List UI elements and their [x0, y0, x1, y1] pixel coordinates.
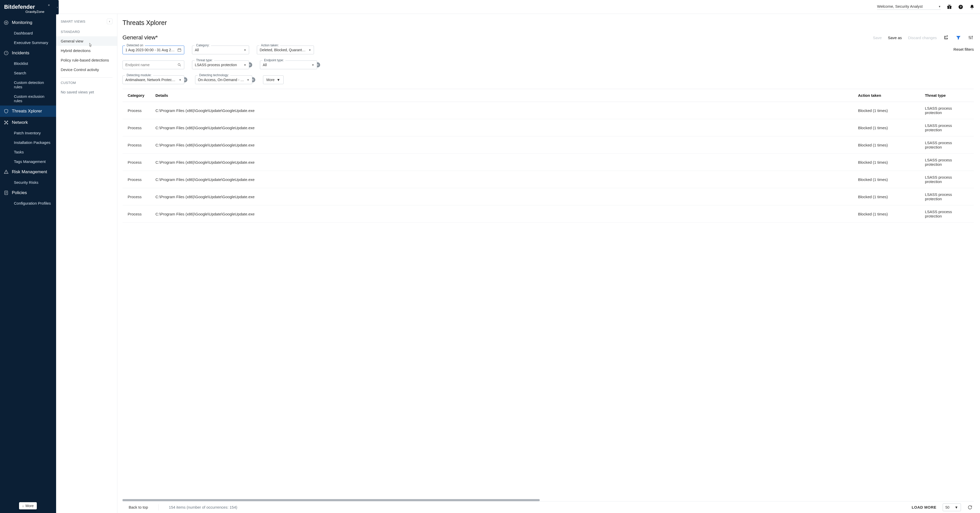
- filter-value: On-Access, On-Demand - Scan Tas...: [198, 78, 244, 82]
- nav-category-threats-xplorer[interactable]: Threats Xplorer: [0, 105, 56, 117]
- export-icon[interactable]: [943, 35, 949, 41]
- smartviews-collapse-button[interactable]: ‹: [107, 19, 113, 24]
- svg-point-3: [5, 21, 8, 25]
- column-header-action[interactable]: Action taken: [858, 89, 925, 102]
- nav-item-installation-packages[interactable]: Installation Packages: [0, 138, 56, 147]
- more-label: More: [266, 78, 275, 82]
- column-header-category[interactable]: Category: [123, 89, 156, 102]
- nav-item-security-risks[interactable]: Security Risks: [0, 178, 56, 187]
- page-size-value: 50: [945, 505, 950, 510]
- table-row[interactable]: ProcessC:\Program Files (x86)\Google\Upd…: [123, 171, 974, 188]
- nav-item-custom-exclusion-rules[interactable]: Custom exclusion rules: [0, 92, 56, 105]
- nav-category-icon: [3, 108, 9, 114]
- nav-item-dashboard[interactable]: Dashboard: [0, 28, 56, 38]
- cell-details: C:\Program Files (x86)\Google\Update\Goo…: [156, 139, 858, 151]
- svg-point-18: [970, 38, 971, 38]
- reset-filters-button[interactable]: Reset filters: [953, 47, 974, 51]
- account-dropdown[interactable]: Welcome, Security Analyst ▼: [877, 4, 941, 10]
- column-header-threat[interactable]: Threat type: [925, 89, 974, 102]
- cell-action: Blocked (1 times): [858, 121, 925, 134]
- save-button[interactable]: Save: [873, 35, 882, 40]
- smartviews-standard-label: STANDARD: [56, 30, 117, 36]
- gift-icon[interactable]: [947, 4, 952, 10]
- sidebar-main: ‹ Bitdefender ® GravityZone MonitoringDa…: [0, 0, 56, 513]
- scrollbar-thumb[interactable]: [123, 499, 540, 501]
- filter-detecting-technology[interactable]: Detecting technology: On-Access, On-Dema…: [195, 75, 252, 84]
- filter-icon[interactable]: [955, 35, 961, 41]
- sidebar-collapse-handle[interactable]: ‹: [56, 0, 59, 14]
- cell-threat: LSASS process protection: [925, 206, 974, 222]
- refresh-icon[interactable]: [967, 505, 973, 510]
- smartview-item-policy-rule-based-detections[interactable]: Policy rule-based detections: [56, 55, 117, 65]
- smartview-item-hybrid-detections[interactable]: Hybrid detections: [56, 46, 117, 55]
- result-count: 154 items (number of occurrences: 154): [169, 505, 237, 510]
- table-row[interactable]: ProcessC:\Program Files (x86)\Google\Upd…: [123, 102, 974, 119]
- filter-category[interactable]: Category: All ▼: [192, 46, 249, 54]
- cell-details: C:\Program Files (x86)\Google\Update\Goo…: [156, 121, 858, 134]
- filter-detecting-module[interactable]: Detecting module: Antimalware, Network P…: [123, 75, 184, 84]
- endpoint-name-input[interactable]: [125, 63, 175, 67]
- brand-logo: Bitdefender ® GravityZone: [0, 0, 56, 17]
- nav-category-incidents[interactable]: Incidents: [0, 47, 56, 59]
- nav-item-configuration-profiles[interactable]: Configuration Profiles: [0, 198, 56, 208]
- cell-details: C:\Program Files (x86)\Google\Update\Goo…: [156, 191, 858, 203]
- cell-threat: LSASS process protection: [925, 154, 974, 170]
- nav-item-tags-management[interactable]: Tags Management: [0, 157, 56, 166]
- sidebar-more-button[interactable]: ↓ More: [19, 502, 37, 510]
- page-size-select[interactable]: 50 ▼: [943, 503, 961, 511]
- nav-item-blocklist[interactable]: Blocklist: [0, 59, 56, 68]
- main-content: Threats Xplorer General view* Save Save …: [117, 14, 980, 513]
- svg-text:GravityZone: GravityZone: [25, 10, 44, 14]
- filter-label: Detecting technology:: [198, 73, 230, 77]
- view-actions: Save Save as Discard changes: [873, 35, 974, 41]
- table-body[interactable]: ProcessC:\Program Files (x86)\Google\Upd…: [123, 102, 974, 499]
- table-row[interactable]: ProcessC:\Program Files (x86)\Google\Upd…: [123, 206, 974, 223]
- filter-value: All: [263, 63, 267, 67]
- nav-category-label: Policies: [12, 190, 27, 195]
- download-icon: ↓: [22, 504, 24, 508]
- nav-item-executive-summary[interactable]: Executive Summary: [0, 38, 56, 47]
- caret-down-icon: ▼: [244, 49, 246, 51]
- nav-category-monitoring[interactable]: Monitoring: [0, 17, 56, 28]
- smartview-item-device-control-activity[interactable]: Device Control activity: [56, 65, 117, 74]
- svg-point-17: [969, 37, 970, 37]
- cell-action: Blocked (1 times): [858, 173, 925, 186]
- filter-label: Action taken:: [259, 43, 280, 47]
- filter-action-taken[interactable]: Action taken: Deleted, Blocked, Quaranti…: [257, 46, 314, 54]
- horizontal-scrollbar[interactable]: [123, 499, 974, 501]
- nav-item-patch-inventory[interactable]: Patch Inventory: [0, 128, 56, 138]
- table-row[interactable]: ProcessC:\Program Files (x86)\Google\Upd…: [123, 136, 974, 154]
- filter-value: LSASS process protection: [195, 63, 237, 67]
- filter-threat-type[interactable]: Threat type: LSASS process protection ▼: [192, 61, 249, 69]
- discard-changes-button[interactable]: Discard changes: [908, 35, 937, 40]
- cell-details: C:\Program Files (x86)\Google\Update\Goo…: [156, 156, 858, 169]
- nav-item-search[interactable]: Search: [0, 68, 56, 78]
- svg-point-4: [6, 22, 7, 24]
- filter-endpoint-type[interactable]: Endpoint type: All ▼: [260, 61, 317, 69]
- filter-detected-on[interactable]: Detected on 1 Aug 2023 00:00 - 31 Aug 20…: [123, 46, 184, 54]
- nav-category-network[interactable]: Network: [0, 117, 56, 128]
- more-filters-button[interactable]: More ▼: [263, 75, 283, 84]
- load-more-button[interactable]: LOAD MORE: [912, 505, 936, 510]
- smartviews-custom-empty: No saved views yet: [56, 87, 117, 97]
- results-table: Category Details Action taken Threat typ…: [123, 89, 974, 513]
- bell-icon[interactable]: [969, 4, 975, 10]
- table-row[interactable]: ProcessC:\Program Files (x86)\Google\Upd…: [123, 154, 974, 171]
- nav-category-policies[interactable]: Policies: [0, 187, 56, 198]
- svg-rect-20: [178, 49, 181, 51]
- filter-endpoint-name[interactable]: [123, 61, 184, 69]
- smartview-item-general-view[interactable]: General view: [56, 36, 117, 46]
- nav-category-risk-management[interactable]: Risk Management: [0, 166, 56, 178]
- help-icon[interactable]: ?: [958, 4, 964, 10]
- table-row[interactable]: ProcessC:\Program Files (x86)\Google\Upd…: [123, 119, 974, 136]
- cell-category: Process: [123, 139, 156, 151]
- column-header-details[interactable]: Details: [156, 89, 858, 102]
- svg-point-9: [7, 124, 8, 124]
- caret-down-icon: ▼: [309, 49, 311, 51]
- table-row[interactable]: ProcessC:\Program Files (x86)\Google\Upd…: [123, 188, 974, 206]
- nav-item-custom-detection-rules[interactable]: Custom detection rules: [0, 78, 56, 92]
- settings-sliders-icon[interactable]: [968, 35, 974, 41]
- save-as-button[interactable]: Save as: [888, 35, 902, 40]
- nav-item-tasks[interactable]: Tasks: [0, 147, 56, 157]
- back-to-top-button[interactable]: Back to top: [124, 505, 148, 510]
